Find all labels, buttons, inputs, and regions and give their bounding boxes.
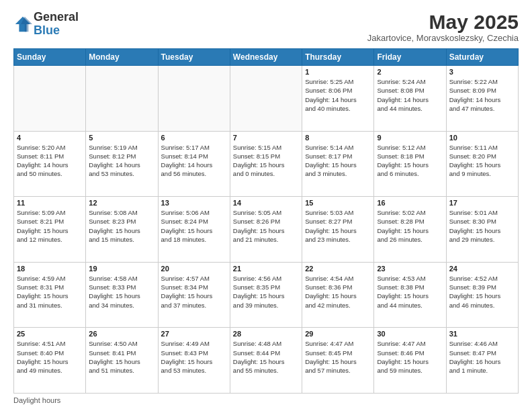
logo-text: General Blue [34,11,79,38]
calendar-cell: 25Sunrise: 4:51 AM Sunset: 8:40 PM Dayli… [14,328,86,394]
day-number: 14 [233,199,299,207]
month-title: May 2025 [367,11,519,33]
calendar-cell: 7Sunrise: 5:15 AM Sunset: 8:15 PM Daylig… [230,131,302,197]
day-number: 9 [377,134,443,142]
day-info: Sunrise: 4:54 AM Sunset: 8:36 PM Dayligh… [305,274,371,310]
logo: General Blue [13,11,79,38]
logo-blue: Blue [34,24,60,37]
day-number: 22 [305,265,371,273]
calendar-cell: 4Sunrise: 5:20 AM Sunset: 8:11 PM Daylig… [14,131,86,197]
day-info: Sunrise: 5:17 AM Sunset: 8:14 PM Dayligh… [161,143,227,179]
day-number: 6 [161,134,227,142]
day-number: 15 [305,199,371,207]
calendar-cell: 6Sunrise: 5:17 AM Sunset: 8:14 PM Daylig… [158,131,230,197]
day-info: Sunrise: 5:24 AM Sunset: 8:08 PM Dayligh… [377,77,443,113]
logo-icon [13,15,32,34]
day-info: Sunrise: 5:22 AM Sunset: 8:09 PM Dayligh… [449,77,515,113]
day-number: 30 [377,330,443,338]
calendar-header-row: Sunday Monday Tuesday Wednesday Thursday… [14,49,519,66]
calendar-week-4: 25Sunrise: 4:51 AM Sunset: 8:40 PM Dayli… [14,328,519,394]
calendar-week-2: 11Sunrise: 5:09 AM Sunset: 8:21 PM Dayli… [14,197,519,263]
day-info: Sunrise: 5:09 AM Sunset: 8:21 PM Dayligh… [17,208,83,244]
day-number: 24 [449,265,515,273]
header-wednesday: Wednesday [230,49,302,66]
day-number: 23 [377,265,443,273]
calendar-cell: 27Sunrise: 4:49 AM Sunset: 8:43 PM Dayli… [158,328,230,394]
subtitle: Jakartovice, Moravskoslezsky, Czechia [367,33,519,43]
calendar-cell [158,66,230,132]
calendar-cell: 30Sunrise: 4:47 AM Sunset: 8:46 PM Dayli… [374,328,446,394]
header-tuesday: Tuesday [158,49,230,66]
calendar-cell [230,66,302,132]
footer-note: Daylight hours [13,396,519,404]
header-monday: Monday [86,49,158,66]
day-number: 21 [233,265,299,273]
day-info: Sunrise: 4:56 AM Sunset: 8:35 PM Dayligh… [233,274,299,310]
day-info: Sunrise: 4:51 AM Sunset: 8:40 PM Dayligh… [17,339,83,375]
calendar-cell: 16Sunrise: 5:02 AM Sunset: 8:28 PM Dayli… [374,197,446,263]
header: General Blue May 2025 Jakartovice, Morav… [13,11,519,43]
day-number: 2 [377,68,443,76]
calendar-cell: 21Sunrise: 4:56 AM Sunset: 8:35 PM Dayli… [230,262,302,328]
day-info: Sunrise: 4:52 AM Sunset: 8:39 PM Dayligh… [449,274,515,310]
calendar-cell: 28Sunrise: 4:48 AM Sunset: 8:44 PM Dayli… [230,328,302,394]
calendar-cell: 11Sunrise: 5:09 AM Sunset: 8:21 PM Dayli… [14,197,86,263]
calendar-table: Sunday Monday Tuesday Wednesday Thursday… [13,48,519,394]
day-number: 28 [233,330,299,338]
day-number: 7 [233,134,299,142]
calendar-cell: 10Sunrise: 5:11 AM Sunset: 8:20 PM Dayli… [446,131,518,197]
day-info: Sunrise: 5:05 AM Sunset: 8:26 PM Dayligh… [233,208,299,244]
day-number: 1 [305,68,371,76]
logo-general: General [34,10,79,24]
calendar-cell: 1Sunrise: 5:25 AM Sunset: 8:06 PM Daylig… [302,66,374,132]
day-number: 29 [305,330,371,338]
day-number: 4 [17,134,83,142]
day-number: 13 [161,199,227,207]
day-number: 31 [449,330,515,338]
day-info: Sunrise: 5:14 AM Sunset: 8:17 PM Dayligh… [305,143,371,179]
calendar-cell [86,66,158,132]
day-info: Sunrise: 4:57 AM Sunset: 8:34 PM Dayligh… [161,274,227,310]
calendar-cell: 13Sunrise: 5:06 AM Sunset: 8:24 PM Dayli… [158,197,230,263]
day-info: Sunrise: 5:19 AM Sunset: 8:12 PM Dayligh… [89,143,154,179]
calendar-cell: 15Sunrise: 5:03 AM Sunset: 8:27 PM Dayli… [302,197,374,263]
day-number: 20 [161,265,227,273]
day-info: Sunrise: 4:47 AM Sunset: 8:46 PM Dayligh… [377,339,443,375]
title-section: May 2025 Jakartovice, Moravskoslezsky, C… [367,11,519,43]
day-info: Sunrise: 5:08 AM Sunset: 8:23 PM Dayligh… [89,208,154,244]
day-number: 12 [89,199,154,207]
calendar-cell: 26Sunrise: 4:50 AM Sunset: 8:41 PM Dayli… [86,328,158,394]
day-info: Sunrise: 4:50 AM Sunset: 8:41 PM Dayligh… [89,339,154,375]
day-info: Sunrise: 4:47 AM Sunset: 8:45 PM Dayligh… [305,339,371,375]
day-number: 8 [305,134,371,142]
day-info: Sunrise: 5:06 AM Sunset: 8:24 PM Dayligh… [161,208,227,244]
day-info: Sunrise: 4:46 AM Sunset: 8:47 PM Dayligh… [449,339,515,375]
calendar-cell: 14Sunrise: 5:05 AM Sunset: 8:26 PM Dayli… [230,197,302,263]
day-info: Sunrise: 5:03 AM Sunset: 8:27 PM Dayligh… [305,208,371,244]
day-info: Sunrise: 5:25 AM Sunset: 8:06 PM Dayligh… [305,77,371,113]
calendar-cell: 20Sunrise: 4:57 AM Sunset: 8:34 PM Dayli… [158,262,230,328]
day-info: Sunrise: 4:58 AM Sunset: 8:33 PM Dayligh… [89,274,154,310]
calendar-cell: 3Sunrise: 5:22 AM Sunset: 8:09 PM Daylig… [446,66,518,132]
page: General Blue May 2025 Jakartovice, Morav… [0,0,532,411]
day-number: 3 [449,68,515,76]
calendar-week-3: 18Sunrise: 4:59 AM Sunset: 8:31 PM Dayli… [14,262,519,328]
day-number: 19 [89,265,154,273]
calendar-week-1: 4Sunrise: 5:20 AM Sunset: 8:11 PM Daylig… [14,131,519,197]
day-info: Sunrise: 5:02 AM Sunset: 8:28 PM Dayligh… [377,208,443,244]
day-number: 27 [161,330,227,338]
calendar-cell: 19Sunrise: 4:58 AM Sunset: 8:33 PM Dayli… [86,262,158,328]
calendar-cell: 5Sunrise: 5:19 AM Sunset: 8:12 PM Daylig… [86,131,158,197]
calendar-cell: 2Sunrise: 5:24 AM Sunset: 8:08 PM Daylig… [374,66,446,132]
day-info: Sunrise: 4:49 AM Sunset: 8:43 PM Dayligh… [161,339,227,375]
day-number: 5 [89,134,154,142]
calendar-cell: 8Sunrise: 5:14 AM Sunset: 8:17 PM Daylig… [302,131,374,197]
day-info: Sunrise: 4:59 AM Sunset: 8:31 PM Dayligh… [17,274,83,310]
day-info: Sunrise: 4:48 AM Sunset: 8:44 PM Dayligh… [233,339,299,375]
calendar-cell: 31Sunrise: 4:46 AM Sunset: 8:47 PM Dayli… [446,328,518,394]
calendar-cell: 29Sunrise: 4:47 AM Sunset: 8:45 PM Dayli… [302,328,374,394]
day-info: Sunrise: 5:12 AM Sunset: 8:18 PM Dayligh… [377,143,443,179]
day-number: 16 [377,199,443,207]
day-info: Sunrise: 5:11 AM Sunset: 8:20 PM Dayligh… [449,143,515,179]
calendar-cell: 23Sunrise: 4:53 AM Sunset: 8:38 PM Dayli… [374,262,446,328]
